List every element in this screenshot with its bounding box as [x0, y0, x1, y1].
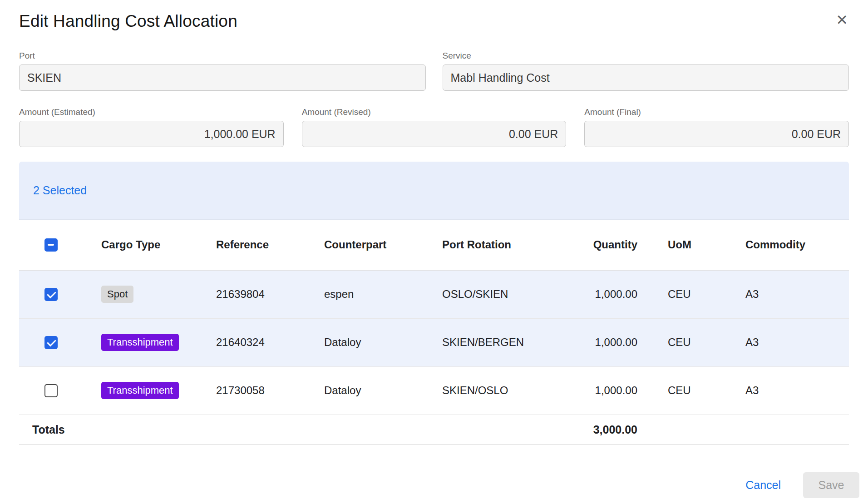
amount-estimated-label: Amount (Estimated) [19, 107, 284, 117]
dialog-header: Edit Handling Cost Allocation ✕ [19, 11, 849, 32]
amount-final-label: Amount (Final) [584, 107, 849, 117]
port-rotation-cell: OSLO/SKIEN [442, 270, 560, 318]
amount-final-field[interactable] [584, 121, 849, 147]
row-checkbox[interactable] [44, 288, 58, 301]
counterpart-cell: Dataloy [324, 318, 442, 366]
totals-label: Totals [19, 415, 560, 445]
amount-estimated-field[interactable] [19, 121, 284, 147]
amounts-row: Amount (Estimated) Amount (Revised) Amou… [19, 107, 849, 147]
amount-final-group: Amount (Final) [584, 107, 849, 147]
port-label: Port [19, 51, 426, 61]
amount-revised-group: Amount (Revised) [302, 107, 567, 147]
save-button[interactable]: Save [803, 472, 859, 498]
edit-handling-cost-allocation-dialog: Edit Handling Cost Allocation ✕ Port Ser… [0, 0, 868, 504]
port-rotation-cell: SKIEN/OSLO [442, 366, 560, 415]
table-row: Transshipment 21640324 Dataloy SKIEN/BER… [19, 318, 849, 366]
cargo-type-badge: Spot [101, 286, 133, 303]
close-button[interactable]: ✕ [835, 11, 849, 29]
column-header-cargo-type: Cargo Type [101, 220, 216, 270]
commodity-cell: A3 [745, 318, 849, 366]
amount-estimated-group: Amount (Estimated) [19, 107, 284, 147]
amount-revised-label: Amount (Revised) [302, 107, 567, 117]
port-field-group: Port [19, 51, 426, 91]
column-header-quantity: Quantity [560, 220, 637, 270]
uom-cell: CEU [637, 270, 745, 318]
cancel-button[interactable]: Cancel [744, 475, 783, 495]
service-field[interactable] [443, 64, 849, 91]
column-header-reference: Reference [216, 220, 324, 270]
port-field[interactable] [19, 64, 426, 91]
select-all-checkbox[interactable] [44, 238, 58, 252]
row-checkbox[interactable] [44, 336, 58, 349]
reference-cell: 21730058 [216, 366, 324, 415]
uom-cell: CEU [637, 318, 745, 366]
cargo-type-badge: Transshipment [101, 382, 179, 399]
selection-bar: 2 Selected [19, 162, 849, 220]
allocation-table: Cargo Type Reference Counterpart Port Ro… [19, 220, 849, 445]
quantity-cell: 1,000.00 [560, 318, 637, 366]
table-header-row: Cargo Type Reference Counterpart Port Ro… [19, 220, 849, 270]
cargo-type-badge: Transshipment [101, 334, 179, 351]
table-row: Spot 21639804 espen OSLO/SKIEN 1,000.00 … [19, 270, 849, 318]
column-header-port-rotation: Port Rotation [442, 220, 560, 270]
amount-revised-field[interactable] [302, 121, 567, 147]
dialog-title: Edit Handling Cost Allocation [19, 11, 237, 32]
port-service-row: Port Service [19, 51, 849, 91]
uom-cell: CEU [637, 366, 745, 415]
column-header-commodity: Commodity [745, 220, 849, 270]
port-rotation-cell: SKIEN/BERGEN [442, 318, 560, 366]
service-label: Service [443, 51, 849, 61]
allocation-table-card: 2 Selected Cargo Type Reference Counterp… [19, 162, 849, 445]
dialog-footer: Cancel Save [19, 472, 859, 504]
row-checkbox[interactable] [44, 384, 58, 397]
counterpart-cell: Dataloy [324, 366, 442, 415]
totals-quantity: 3,000.00 [560, 415, 637, 445]
counterpart-cell: espen [324, 270, 442, 318]
column-header-uom: UoM [637, 220, 745, 270]
commodity-cell: A3 [745, 270, 849, 318]
quantity-cell: 1,000.00 [560, 270, 637, 318]
commodity-cell: A3 [745, 366, 849, 415]
close-icon: ✕ [836, 12, 848, 28]
reference-cell: 21640324 [216, 318, 324, 366]
table-row: Transshipment 21730058 Dataloy SKIEN/OSL… [19, 366, 849, 415]
column-header-counterpart: Counterpart [324, 220, 442, 270]
quantity-cell: 1,000.00 [560, 366, 637, 415]
reference-cell: 21639804 [216, 270, 324, 318]
service-field-group: Service [443, 51, 849, 91]
totals-row: Totals 3,000.00 [19, 415, 849, 445]
selected-count-label: 2 Selected [33, 184, 87, 197]
